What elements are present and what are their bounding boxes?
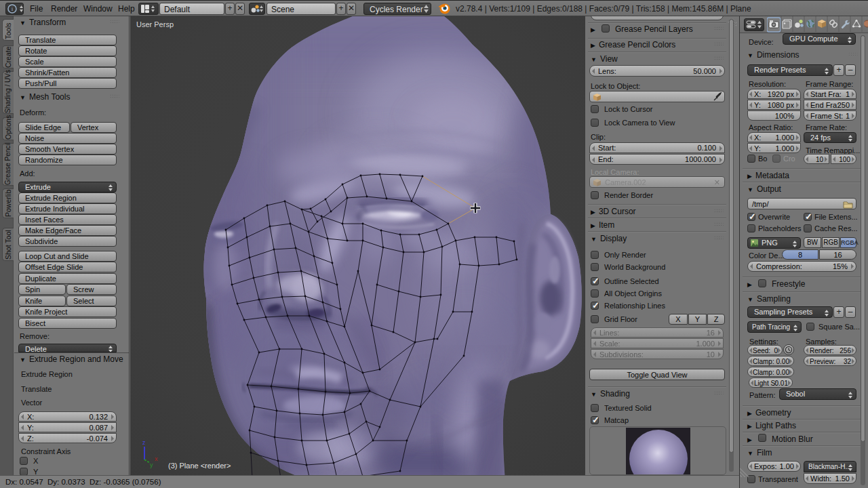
svg-text:y: y	[150, 462, 153, 468]
svg-text:z: z	[142, 439, 146, 446]
svg-text:i: i	[12, 5, 14, 12]
svg-text:x: x	[155, 455, 158, 462]
svg-text:(3) Plane <render>: (3) Plane <render>	[168, 462, 231, 470]
svg-text:User Persp: User Persp	[136, 20, 174, 28]
